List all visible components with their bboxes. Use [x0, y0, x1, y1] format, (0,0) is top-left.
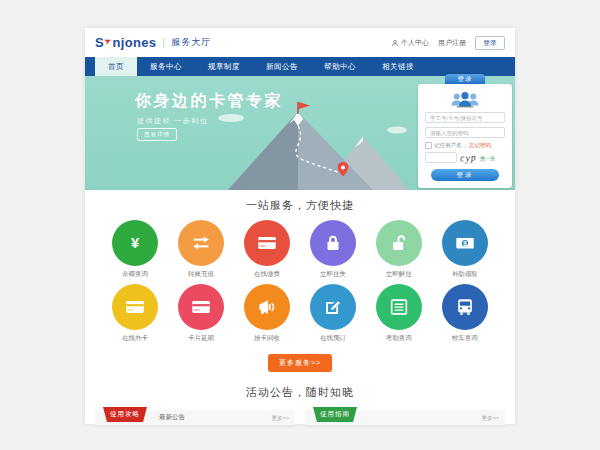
card-icon: [112, 284, 158, 330]
login-submit-button[interactable]: 登录: [431, 169, 499, 181]
hero-subtitle: 提供捷径 一步到位: [137, 116, 208, 126]
users-group-icon: [450, 90, 480, 108]
hero-detail-button[interactable]: 查看详情: [137, 128, 177, 141]
header: S ➤ njones | 服务大厅 个人中心 用户注册 登录: [85, 28, 515, 57]
nav-item[interactable]: 新闻公告: [253, 57, 311, 76]
card-icon: [244, 220, 290, 266]
nav-item[interactable]: 首页: [95, 57, 137, 76]
service-item[interactable]: 考勤查询: [366, 284, 432, 343]
announcements-title: 活动公告，随时知晓: [85, 385, 515, 400]
logo-text-suffix: njones: [113, 35, 157, 50]
captcha-input[interactable]: [425, 152, 457, 163]
service-item[interactable]: 在线办卡: [102, 284, 168, 343]
card-icon: [178, 284, 224, 330]
service-label: 拾卡回收: [234, 334, 300, 343]
announcement-panel: 使用指南更多>>: [305, 410, 505, 427]
captcha-row: cyp 换一张: [425, 152, 505, 163]
panel-ribbon-tab[interactable]: 使用指南: [313, 407, 357, 422]
service-label: 转账充值: [168, 270, 234, 279]
service-label: 立即解挂: [366, 270, 432, 279]
service-item[interactable]: 立即解挂: [366, 220, 432, 279]
service-label: 在线办卡: [102, 334, 168, 343]
service-label: 在线预订: [300, 334, 366, 343]
service-item[interactable]: 在线预订: [300, 284, 366, 343]
login-panel: 登录 记住用户名 | 忘记密码 cyp 换一张 登录: [418, 74, 512, 188]
forgot-password-link[interactable]: 忘记密码: [469, 142, 491, 149]
service-label: 在线缴费: [234, 270, 300, 279]
announcement-panel: 使用攻略最新公告更多>>: [95, 410, 295, 427]
svg-text:$: $: [463, 240, 467, 248]
yuan-icon: ¥: [112, 220, 158, 266]
remember-checkbox[interactable]: [425, 142, 432, 149]
service-label: 补助领取: [432, 270, 498, 279]
register-label: 用户注册: [438, 38, 466, 48]
unlock-icon: [376, 220, 422, 266]
divider: |: [465, 143, 466, 149]
remember-row: 记住用户名 | 忘记密码: [425, 142, 505, 149]
bus-icon: [442, 284, 488, 330]
service-label: 校车查询: [432, 334, 498, 343]
services-title: 一站服务，方便快捷: [85, 190, 515, 213]
service-item[interactable]: 转账充值: [168, 220, 234, 279]
service-item[interactable]: 拾卡回收: [234, 284, 300, 343]
register-link[interactable]: 用户注册: [438, 38, 466, 48]
service-label: 余额查询: [102, 270, 168, 279]
login-form: 记住用户名 | 忘记密码 cyp 换一张 登录: [418, 84, 512, 188]
announcement-panels: 使用攻略最新公告更多>>使用指南更多>>: [85, 400, 515, 427]
panel-secondary-tab[interactable]: 最新公告: [159, 413, 185, 422]
list-icon: [376, 284, 422, 330]
nav-item[interactable]: 服务中心: [137, 57, 195, 76]
service-label: 考勤查询: [366, 334, 432, 343]
personal-center-link[interactable]: 个人中心: [391, 38, 429, 48]
logo-subtitle: 服务大厅: [171, 36, 211, 49]
lock-icon: [310, 220, 356, 266]
banknote-icon: $: [442, 220, 488, 266]
page: S ➤ njones | 服务大厅 个人中心 用户注册 登录 首页服务中心规章制…: [85, 28, 515, 424]
panel-tab-bar: 使用指南更多>>: [305, 410, 505, 427]
remember-label: 记住用户名: [434, 142, 462, 149]
services-grid: ¥余额查询转账充值在线缴费立即挂失立即解挂$补助领取在线办卡卡片延期拾卡回收在线…: [85, 213, 515, 348]
service-item[interactable]: 卡片延期: [168, 284, 234, 343]
megaphone-icon: [244, 284, 290, 330]
service-label: 卡片延期: [168, 334, 234, 343]
mountain-illustration: [203, 102, 413, 190]
user-icon: [391, 39, 399, 47]
service-item[interactable]: 在线缴费: [234, 220, 300, 279]
header-login-button[interactable]: 登录: [475, 36, 505, 50]
login-tab[interactable]: 登录: [445, 74, 485, 84]
service-item[interactable]: 立即挂失: [300, 220, 366, 279]
captcha-refresh-link[interactable]: 换一张: [480, 155, 495, 161]
panel-more-link[interactable]: 更多>>: [482, 415, 499, 422]
header-links: 个人中心 用户注册 登录: [391, 36, 505, 50]
service-label: 立即挂失: [300, 270, 366, 279]
panel-tab-bar: 使用攻略最新公告更多>>: [95, 410, 295, 427]
account-input[interactable]: [425, 112, 505, 123]
logo-divider: |: [162, 37, 165, 48]
logo[interactable]: S ➤ njones | 服务大厅: [95, 35, 211, 50]
service-item[interactable]: ¥余额查询: [102, 220, 168, 279]
svg-text:¥: ¥: [131, 235, 140, 251]
service-item[interactable]: $补助领取: [432, 220, 498, 279]
transfer-icon: [178, 220, 224, 266]
more-services-button[interactable]: 更多服务>>: [268, 354, 332, 372]
captcha-image[interactable]: cyp: [460, 151, 478, 163]
personal-center-label: 个人中心: [401, 38, 429, 48]
edit-icon: [310, 284, 356, 330]
service-item[interactable]: 校车查询: [432, 284, 498, 343]
panel-ribbon-tab[interactable]: 使用攻略: [103, 407, 147, 422]
nav-item[interactable]: 规章制度: [195, 57, 253, 76]
password-input[interactable]: [425, 127, 505, 138]
nav-item[interactable]: 帮助中心: [311, 57, 369, 76]
panel-more-link[interactable]: 更多>>: [272, 415, 289, 422]
